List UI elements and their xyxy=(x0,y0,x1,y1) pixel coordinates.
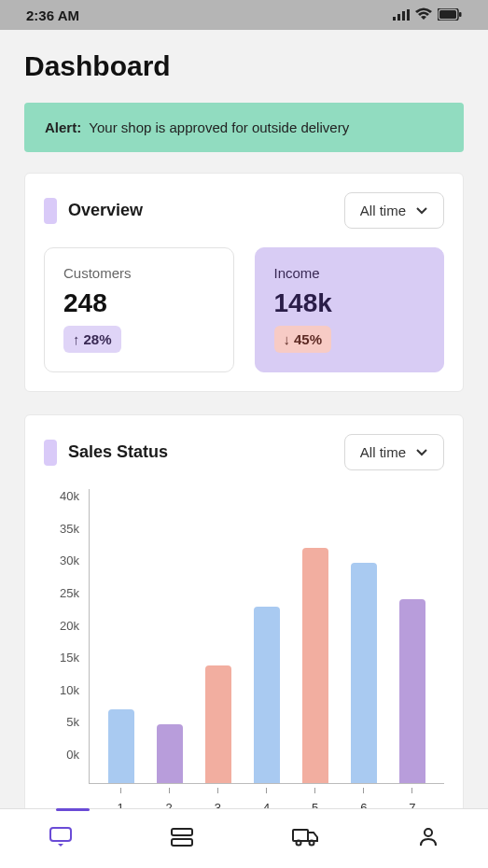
dropdown-label: All time xyxy=(360,203,406,218)
battery-icon xyxy=(438,7,462,23)
y-tick-label: 30k xyxy=(60,553,79,567)
y-tick-label: 5k xyxy=(66,715,79,729)
y-tick-label: 35k xyxy=(60,522,79,536)
screen-icon xyxy=(49,835,73,851)
income-stat-card[interactable]: Income 148k ↓ 45% xyxy=(255,247,445,372)
chevron-down-icon xyxy=(415,444,428,460)
svg-rect-1 xyxy=(397,14,400,21)
chart-bar xyxy=(254,607,280,783)
svg-rect-7 xyxy=(50,828,71,841)
alert-label: Alert: xyxy=(45,119,81,135)
svg-rect-6 xyxy=(459,12,462,17)
chart-bar xyxy=(108,709,134,783)
page-title: Dashboard xyxy=(24,50,464,82)
overview-range-dropdown[interactable]: All time xyxy=(344,192,444,229)
svg-rect-8 xyxy=(172,829,192,835)
arrow-up-icon: ↑ xyxy=(73,331,80,347)
status-time: 2:36 AM xyxy=(26,7,79,23)
wifi-icon xyxy=(415,7,432,23)
customers-delta: 28% xyxy=(84,331,112,347)
svg-point-13 xyxy=(425,829,432,836)
income-label: Income xyxy=(274,265,425,281)
chart-bar xyxy=(399,599,425,783)
alert-text: Your shop is approved for outside delive… xyxy=(89,119,349,135)
sales-card: Sales Status All time 40k35k30k25k20k15k… xyxy=(24,414,464,829)
status-bar: 2:36 AM xyxy=(0,0,488,30)
chevron-down-icon xyxy=(415,203,428,218)
arrow-down-icon: ↓ xyxy=(284,331,291,347)
accent-bar xyxy=(44,440,57,466)
chart-bar-column xyxy=(388,489,437,783)
sales-chart: 40k35k30k25k20k15k10k5k0k xyxy=(44,489,444,788)
chart-bar xyxy=(302,548,328,783)
svg-rect-0 xyxy=(393,17,396,21)
nav-delivery[interactable] xyxy=(279,819,333,859)
chart-bar xyxy=(205,665,231,783)
chart-bar-column xyxy=(243,489,291,783)
svg-rect-10 xyxy=(293,830,308,841)
svg-point-12 xyxy=(309,840,314,845)
customers-stat-card[interactable]: Customers 248 ↑ 28% xyxy=(44,247,234,372)
chart-bar-column xyxy=(97,489,146,783)
svg-point-11 xyxy=(296,840,300,845)
chart-bar-column xyxy=(194,489,243,783)
truck-icon xyxy=(292,834,320,850)
chart-bar-column xyxy=(146,489,194,783)
bottom-nav xyxy=(0,808,488,868)
overview-card: Overview All time Customers 248 ↑ 28% In… xyxy=(24,173,464,392)
chart-y-axis: 40k35k30k25k20k15k10k5k0k xyxy=(44,489,89,784)
customers-delta-badge: ↑ 28% xyxy=(63,326,121,353)
chart-bar xyxy=(351,563,377,783)
signal-icon xyxy=(393,7,410,23)
alert-banner: Alert: Your shop is approved for outside… xyxy=(24,103,464,152)
y-tick-label: 25k xyxy=(60,586,79,600)
customers-label: Customers xyxy=(63,265,215,281)
y-tick-label: 10k xyxy=(60,683,79,697)
income-delta-badge: ↓ 45% xyxy=(274,326,332,353)
svg-rect-9 xyxy=(172,839,192,846)
y-tick-label: 20k xyxy=(60,619,79,633)
list-icon xyxy=(170,834,194,850)
accent-bar xyxy=(44,198,57,224)
user-icon xyxy=(417,835,439,851)
chart-plot xyxy=(89,489,444,784)
status-indicators xyxy=(393,7,462,23)
svg-rect-2 xyxy=(402,11,405,21)
customers-value: 248 xyxy=(63,288,215,318)
y-tick-label: 0k xyxy=(66,748,79,762)
chart-bar-column xyxy=(340,489,388,783)
y-tick-label: 40k xyxy=(60,489,79,503)
chart-bar-column xyxy=(291,489,340,783)
income-delta: 45% xyxy=(294,331,322,347)
nav-orders[interactable] xyxy=(157,819,207,859)
active-tab-indicator xyxy=(56,808,90,811)
y-tick-label: 15k xyxy=(60,651,79,665)
nav-profile[interactable] xyxy=(404,819,453,860)
svg-rect-5 xyxy=(439,10,456,19)
sales-range-dropdown[interactable]: All time xyxy=(344,434,444,470)
nav-dashboard[interactable] xyxy=(35,819,86,860)
chart-bar xyxy=(157,724,183,783)
sales-title: Sales Status xyxy=(68,442,168,462)
income-value: 148k xyxy=(274,288,425,318)
svg-rect-3 xyxy=(407,9,410,21)
overview-title: Overview xyxy=(68,201,143,220)
dropdown-label: All time xyxy=(360,444,406,460)
